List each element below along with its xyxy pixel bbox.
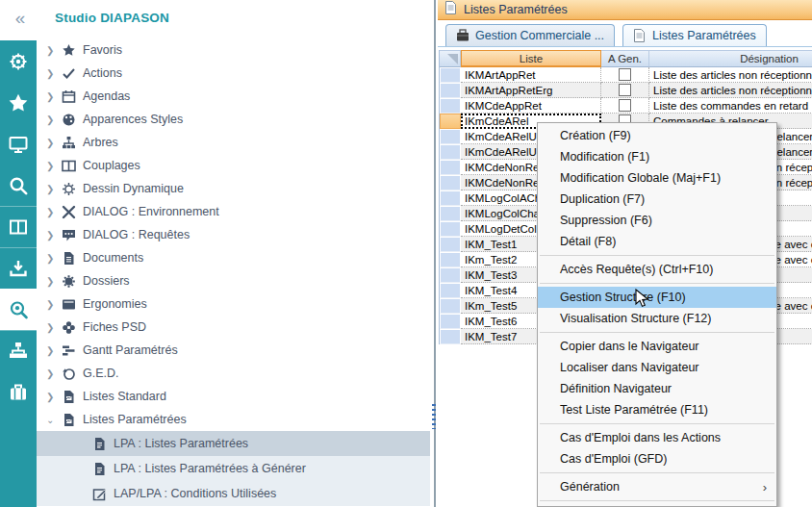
tree-item-dialog-environnement[interactable]: ❯DIALOG : Environnement xyxy=(37,200,430,223)
chevron-right-icon[interactable]: ❯ xyxy=(46,114,62,125)
chevron-right-icon[interactable]: ❯ xyxy=(46,161,62,171)
a-gen-checkbox[interactable] xyxy=(619,84,631,96)
row-selector[interactable] xyxy=(440,252,461,267)
activity-item-hierarchy[interactable] xyxy=(0,330,37,371)
tree-item-arbres[interactable]: ❯Arbres xyxy=(37,131,430,154)
column-header-a-gen[interactable]: A Gen. xyxy=(601,50,649,67)
row-selector[interactable] xyxy=(440,67,461,83)
activity-item-explorer[interactable] xyxy=(0,289,37,330)
activity-item-favorites[interactable] xyxy=(0,82,37,123)
tab-listes-param-tr-es[interactable]: Listes Paramétrées xyxy=(622,24,767,46)
menu-item-d-finition-navigateur[interactable]: Définition Navigateur xyxy=(538,378,776,399)
menu-item-suppression-f6-[interactable]: Suppression (F6) xyxy=(538,210,776,231)
tree-item-agendas[interactable]: ❯Agendas xyxy=(37,85,430,108)
chevron-right-icon[interactable]: ❯ xyxy=(46,392,62,402)
chevron-right-icon[interactable]: ❯ xyxy=(46,230,62,241)
chevron-right-icon[interactable]: ❯ xyxy=(46,207,62,217)
tree-item-actions[interactable]: ❯Actions xyxy=(37,62,430,85)
column-header-liste[interactable]: Liste xyxy=(461,50,601,67)
row-selector[interactable] xyxy=(440,206,461,221)
menu-item-cr-ation-f9-[interactable]: Création (F9) xyxy=(538,125,776,146)
table-row[interactable]: IKMArtAppRetErgListe des articles non ré… xyxy=(440,83,812,98)
tree-item-g-e-d-[interactable]: ❯G.E.D. xyxy=(37,362,430,385)
row-selector[interactable] xyxy=(440,160,461,175)
row-selector[interactable] xyxy=(440,329,461,344)
tree-item-gantt-param-tr-s[interactable]: ❯Gantt Paramétrés xyxy=(37,339,430,362)
a-gen-checkbox[interactable] xyxy=(619,99,631,112)
chevron-right-icon[interactable]: ❯ xyxy=(46,184,62,194)
tree-item-documents[interactable]: ❯Documents xyxy=(37,246,430,269)
tree-item-dessin-dynamique[interactable]: ❯Dessin Dynamique xyxy=(37,177,430,200)
menu-item-d-tail-f8-[interactable]: Détail (F8) xyxy=(538,231,776,252)
row-selector[interactable] xyxy=(440,190,461,206)
tree-item-dossiers[interactable]: ❯Dossiers xyxy=(37,269,430,292)
menu-item-g-n-ration[interactable]: Génération› xyxy=(538,476,776,497)
activity-item-wheel[interactable] xyxy=(0,40,37,82)
cell-liste[interactable]: IKMArtAppRetErg xyxy=(461,83,601,98)
row-selector[interactable] xyxy=(440,83,461,98)
row-selector[interactable] xyxy=(440,98,461,114)
tree-item-favoris[interactable]: ❯Favoris xyxy=(37,38,430,62)
chevron-right-icon[interactable]: ❯ xyxy=(46,368,62,379)
activity-item-import[interactable] xyxy=(0,247,37,289)
row-selector[interactable] xyxy=(440,129,461,144)
menu-item-gestion-structure-f10-[interactable]: Gestion Structure (F10) xyxy=(538,287,776,308)
tree-item-ergonomies[interactable]: ❯Ergonomies xyxy=(37,292,430,316)
activity-item-layouts[interactable] xyxy=(0,206,37,247)
tree-item-fiches-psd[interactable]: ❯Fiches PSD xyxy=(37,316,430,339)
cell-a-gen[interactable] xyxy=(601,83,649,98)
chevron-right-icon[interactable]: ❯ xyxy=(46,138,62,148)
tree-child-lpa-listes-param-tr-es-g-n-rer[interactable]: LPA : Listes Paramétrées à Générer xyxy=(37,456,430,481)
cell-designation[interactable]: Liste des articles non réceptionnées xyxy=(649,83,812,98)
menu-item-localiser-dans-navigateur[interactable]: Localiser dans Navigateur xyxy=(538,357,776,378)
activity-item-screens[interactable] xyxy=(0,123,37,165)
panel-splitter[interactable] xyxy=(430,0,438,507)
activity-item-toolbox[interactable] xyxy=(0,371,37,413)
row-selector[interactable] xyxy=(440,237,461,252)
tree-item-listes-param-tr-es[interactable]: ⌄Listes Paramétrées xyxy=(37,408,430,431)
menu-item-duplication-f7-[interactable]: Duplication (F7) xyxy=(538,189,776,210)
menu-item-acc-s-requ-te-s-ctrl-f10-[interactable]: Accès Requête(s) (Ctrl+F10) xyxy=(538,259,776,280)
chevron-right-icon[interactable]: ❯ xyxy=(46,276,62,287)
menu-item-visualisation-structure-f12-[interactable]: Visualisation Structure (F12) xyxy=(538,308,776,329)
cell-liste[interactable]: IKMCdeAppRet xyxy=(461,98,601,114)
row-selector[interactable] xyxy=(440,144,461,160)
chevron-right-icon[interactable]: ❯ xyxy=(46,68,62,79)
cell-designation[interactable]: Liste des commandes en retard xyxy=(649,98,812,114)
menu-item-modification-globale-maj-f1-[interactable]: Modification Globale (Maj+F1) xyxy=(538,167,776,189)
tree-item-dialog-requ-tes[interactable]: ❯DIALOG : Requêtes xyxy=(37,223,430,246)
tab-gestion-commerciale-[interactable]: Gestion Commerciale ... xyxy=(445,24,615,46)
tree-item-apparences-styles[interactable]: ❯Apparences Styles xyxy=(37,108,430,131)
chevron-right-icon[interactable]: ❯ xyxy=(46,91,62,102)
menu-item-modification-f1-[interactable]: Modification (F1) xyxy=(538,146,776,167)
activity-item-search[interactable] xyxy=(0,165,37,206)
row-selector[interactable] xyxy=(440,114,461,129)
menu-item-copier-dans-le-navigateur[interactable]: Copier dans le Navigateur xyxy=(538,336,776,357)
cell-designation[interactable]: Liste des articles non réceptionnées xyxy=(649,67,812,83)
chevron-right-icon[interactable]: ❯ xyxy=(46,322,62,333)
row-selector[interactable] xyxy=(440,283,461,298)
chevron-right-icon[interactable]: ❯ xyxy=(46,299,62,310)
table-row[interactable]: IKMArtAppRetListe des articles non récep… xyxy=(440,67,812,83)
tree-item-couplages[interactable]: ❯Couplages xyxy=(37,154,430,177)
collapse-sidebar-button[interactable]: « xyxy=(8,6,33,31)
select-all-header[interactable] xyxy=(440,50,461,67)
chevron-right-icon[interactable]: ❯ xyxy=(46,253,62,264)
cell-a-gen[interactable] xyxy=(601,98,649,114)
tree-child-lpa-listes-param-tr-es[interactable]: LPA : Listes Paramétrées xyxy=(37,431,430,456)
table-row[interactable]: IKMCdeAppRetListe des commandes en retar… xyxy=(440,98,812,114)
column-header-designation[interactable]: Désignation xyxy=(649,50,812,67)
chevron-right-icon[interactable]: ❯ xyxy=(46,45,62,56)
a-gen-checkbox[interactable] xyxy=(619,68,631,81)
menu-item-test-liste-param-tr-e-f11-[interactable]: Test Liste Paramétrée (F11) xyxy=(538,399,776,420)
menu-item-cas-d-emploi-dans-les-actions[interactable]: Cas d'Emploi dans les Actions xyxy=(538,427,776,448)
row-selector[interactable] xyxy=(440,175,461,190)
menu-item-cas-d-emploi-gfd-[interactable]: Cas d'Emploi (GFD) xyxy=(538,448,776,469)
cell-a-gen[interactable] xyxy=(601,67,649,83)
row-selector[interactable] xyxy=(440,221,461,237)
tree-item-listes-standard[interactable]: ❯Listes Standard xyxy=(37,385,430,408)
chevron-down-icon[interactable]: ⌄ xyxy=(46,415,62,425)
row-selector[interactable] xyxy=(440,267,461,283)
chevron-right-icon[interactable]: ❯ xyxy=(46,345,62,356)
row-selector[interactable] xyxy=(440,298,461,314)
